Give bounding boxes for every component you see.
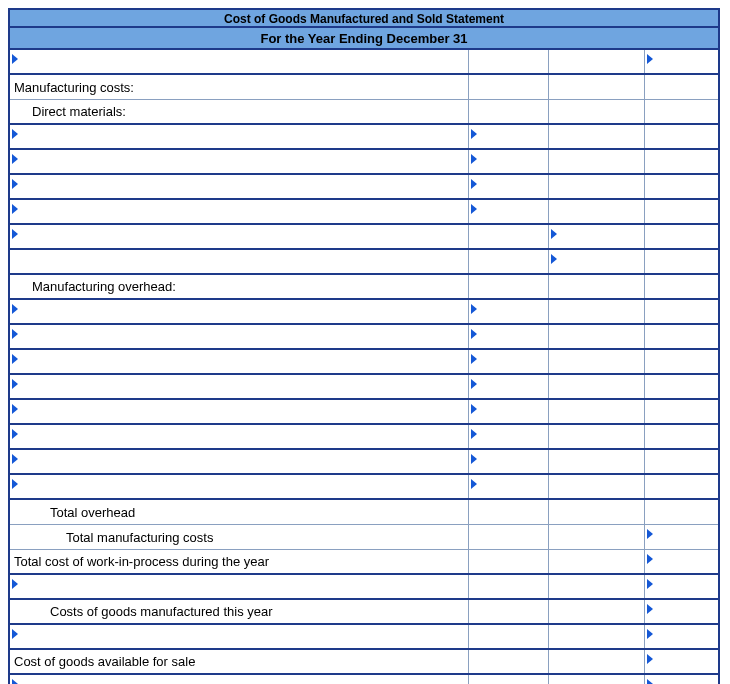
label-cell[interactable]	[10, 350, 469, 373]
amount-cell-3	[645, 475, 718, 498]
label-cell[interactable]	[10, 125, 469, 148]
label-cell[interactable]	[10, 200, 469, 223]
dropdown-icon[interactable]	[469, 325, 548, 348]
dropdown-icon[interactable]	[10, 375, 468, 398]
dropdown-icon[interactable]	[10, 400, 468, 423]
amount-cell-3	[645, 225, 718, 248]
label-cell: Manufacturing overhead:	[10, 275, 469, 298]
label-cell[interactable]	[10, 425, 469, 448]
table-row	[10, 475, 718, 500]
table-row	[10, 175, 718, 200]
label-cell[interactable]	[10, 375, 469, 398]
label-cell[interactable]	[10, 325, 469, 348]
amount-cell-3[interactable]	[645, 650, 718, 673]
amount-cell-1	[469, 525, 549, 549]
dropdown-icon[interactable]	[10, 625, 468, 648]
table-row	[10, 225, 718, 250]
dropdown-icon[interactable]	[10, 175, 468, 198]
dropdown-icon[interactable]	[469, 475, 548, 498]
dropdown-icon[interactable]	[469, 375, 548, 398]
label-cell: Total cost of work-in-process during the…	[10, 550, 469, 573]
label-cell[interactable]	[10, 150, 469, 173]
amount-cell-1[interactable]	[469, 475, 549, 498]
table-row: Costs of goods manufactured this year	[10, 600, 718, 625]
amount-cell-2	[549, 450, 645, 473]
label-cell	[10, 250, 469, 273]
amount-cell-3[interactable]	[645, 525, 718, 549]
amount-cell-1[interactable]	[469, 175, 549, 198]
amount-cell-1[interactable]	[469, 325, 549, 348]
amount-cell-3[interactable]	[645, 575, 718, 598]
dropdown-icon[interactable]	[645, 600, 718, 623]
amount-cell-1[interactable]	[469, 350, 549, 373]
table-row	[10, 300, 718, 325]
dropdown-icon[interactable]	[10, 225, 468, 248]
dropdown-icon[interactable]	[549, 250, 644, 273]
dropdown-icon[interactable]	[469, 425, 548, 448]
label-cell[interactable]	[10, 300, 469, 323]
amount-cell-1	[469, 225, 549, 248]
amount-cell-3	[645, 200, 718, 223]
dropdown-icon[interactable]	[10, 50, 468, 73]
amount-cell-1[interactable]	[469, 125, 549, 148]
label-cell[interactable]	[10, 50, 469, 73]
label-cell[interactable]	[10, 450, 469, 473]
dropdown-icon[interactable]	[469, 450, 548, 473]
amount-cell-3[interactable]	[645, 625, 718, 648]
dropdown-icon[interactable]	[10, 475, 468, 498]
dropdown-icon[interactable]	[10, 425, 468, 448]
dropdown-icon[interactable]	[645, 650, 718, 673]
amount-cell-1[interactable]	[469, 200, 549, 223]
amount-cell-3	[645, 300, 718, 323]
label-cell[interactable]	[10, 575, 469, 598]
dropdown-icon[interactable]	[645, 675, 718, 684]
amount-cell-2[interactable]	[549, 250, 645, 273]
amount-cell-1	[469, 625, 549, 648]
dropdown-icon[interactable]	[469, 125, 548, 148]
label-cell[interactable]	[10, 175, 469, 198]
dropdown-icon[interactable]	[469, 350, 548, 373]
table-row	[10, 200, 718, 225]
label-cell[interactable]	[10, 675, 469, 684]
amount-cell-1[interactable]	[469, 450, 549, 473]
label-cell[interactable]	[10, 475, 469, 498]
amount-cell-1[interactable]	[469, 300, 549, 323]
dropdown-icon[interactable]	[469, 150, 548, 173]
dropdown-icon[interactable]	[10, 300, 468, 323]
dropdown-icon[interactable]	[645, 625, 718, 648]
dropdown-icon[interactable]	[10, 125, 468, 148]
dropdown-icon[interactable]	[645, 50, 718, 73]
row-label: Total manufacturing costs	[66, 530, 213, 545]
amount-cell-1[interactable]	[469, 150, 549, 173]
dropdown-icon[interactable]	[645, 550, 718, 573]
amount-cell-1[interactable]	[469, 425, 549, 448]
amount-cell-3[interactable]	[645, 675, 718, 684]
amount-cell-3[interactable]	[645, 550, 718, 573]
dropdown-icon[interactable]	[469, 300, 548, 323]
table-row	[10, 400, 718, 425]
label-cell[interactable]	[10, 400, 469, 423]
dropdown-icon[interactable]	[10, 200, 468, 223]
dropdown-icon[interactable]	[469, 400, 548, 423]
label-cell[interactable]	[10, 225, 469, 248]
dropdown-icon[interactable]	[645, 575, 718, 598]
amount-cell-1[interactable]	[469, 400, 549, 423]
dropdown-icon[interactable]	[10, 350, 468, 373]
dropdown-icon[interactable]	[10, 675, 468, 684]
label-cell[interactable]	[10, 625, 469, 648]
dropdown-icon[interactable]	[645, 525, 718, 549]
dropdown-icon[interactable]	[10, 575, 468, 598]
dropdown-icon[interactable]	[469, 175, 548, 198]
table-row	[10, 150, 718, 175]
dropdown-icon[interactable]	[549, 225, 644, 248]
amount-cell-3[interactable]	[645, 50, 718, 73]
amount-cell-2[interactable]	[549, 225, 645, 248]
table-row: Direct materials:	[10, 100, 718, 125]
dropdown-icon[interactable]	[469, 200, 548, 223]
dropdown-icon[interactable]	[10, 450, 468, 473]
dropdown-icon[interactable]	[10, 150, 468, 173]
dropdown-icon[interactable]	[10, 325, 468, 348]
amount-cell-3[interactable]	[645, 600, 718, 623]
amount-cell-1[interactable]	[469, 375, 549, 398]
amount-cell-3	[645, 425, 718, 448]
